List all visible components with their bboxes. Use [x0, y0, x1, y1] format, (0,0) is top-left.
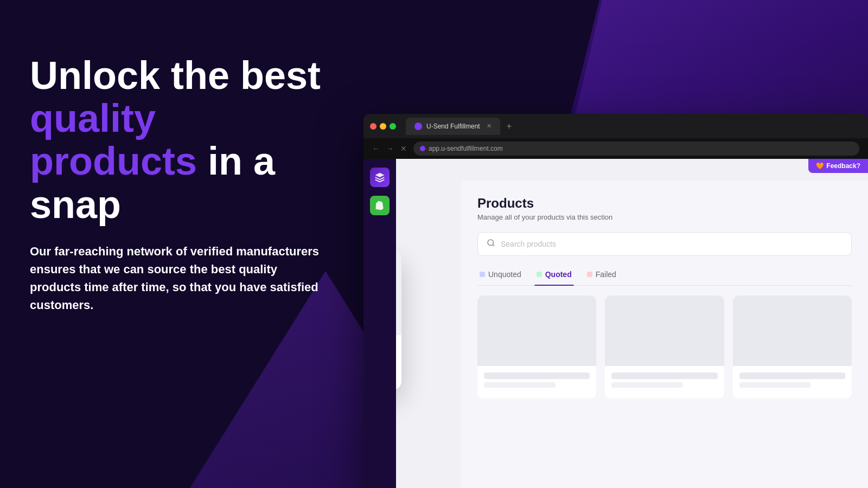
cube-icon: [374, 172, 385, 183]
address-bar[interactable]: app.u-sendfulfillment.com: [413, 142, 859, 156]
skeleton-line-1a: [484, 373, 590, 379]
close-nav-button[interactable]: ✕: [400, 144, 407, 153]
tab-failed-label: Failed: [596, 270, 616, 279]
search-bar[interactable]: Search products: [477, 232, 852, 256]
skeleton-image-1: [477, 296, 596, 366]
quoted-dot: [537, 272, 542, 277]
product-card-body: MyPods Wireless Store Price: €49,95 Quot…: [396, 335, 401, 390]
tab-unquoted-label: Unquoted: [488, 270, 521, 279]
product-card-floating: NEW MyPod: [396, 251, 401, 390]
browser-window: U-Send Fulfillment ✕ + ← → ✕ app.u-sendf…: [363, 114, 868, 488]
minimize-button-dot[interactable]: [380, 123, 386, 130]
secure-icon: [420, 146, 425, 151]
browser-traffic-lights: [370, 123, 396, 130]
hero-title: Unlock the best qualityproducts in a sna…: [30, 54, 344, 226]
product-skeleton-1: [477, 296, 596, 399]
products-panel: Products Manage all of your products via…: [461, 181, 868, 488]
browser-tab[interactable]: U-Send Fulfillment ✕: [406, 118, 500, 135]
svg-point-0: [488, 240, 494, 246]
feedback-label: Feedback?: [826, 162, 860, 170]
product-card-image: NEW: [396, 251, 401, 335]
hero-subtitle: Our far-reaching network of verified man…: [30, 242, 323, 314]
back-button[interactable]: ←: [372, 144, 380, 153]
tab-quoted-label: Quoted: [545, 270, 572, 279]
product-skeleton-3: [733, 296, 852, 399]
forward-button[interactable]: →: [386, 144, 394, 153]
sidebar-item-shopify[interactable]: [370, 196, 390, 215]
products-description: Manage all of your products via this sec…: [477, 213, 852, 221]
hero-title-accent2: products: [30, 139, 197, 183]
tab-close-icon[interactable]: ✕: [487, 123, 492, 130]
new-tab-button[interactable]: +: [507, 121, 512, 131]
feedback-button[interactable]: 🧡 Feedback?: [808, 159, 868, 173]
search-icon: [487, 239, 495, 249]
maximize-button-dot[interactable]: [390, 123, 396, 130]
sidebar-item-main[interactable]: [370, 168, 390, 187]
skeleton-line-1b: [484, 382, 556, 388]
app-content: 🧡 Feedback? Products Manage all of your …: [363, 159, 868, 488]
failed-dot: [587, 272, 592, 277]
tab-failed[interactable]: Failed: [585, 266, 618, 285]
address-text: app.u-sendfulfillment.com: [429, 145, 503, 152]
hero-title-accent1: quality: [30, 97, 156, 140]
skeleton-line-3a: [739, 373, 845, 379]
skeleton-line-2b: [611, 382, 683, 388]
skeleton-line-2a: [611, 373, 717, 379]
skeleton-line-3b: [739, 382, 811, 388]
product-grid: [477, 296, 852, 399]
browser-chrome: U-Send Fulfillment ✕ +: [363, 114, 868, 138]
hero-section: Unlock the best qualityproducts in a sna…: [30, 54, 344, 314]
browser-tab-title: U-Send Fulfillment: [426, 123, 480, 130]
browser-address-bar: ← → ✕ app.u-sendfulfillment.com: [363, 138, 868, 159]
search-input[interactable]: Search products: [501, 240, 556, 248]
skeleton-image-3: [733, 296, 852, 366]
hero-title-text1: Unlock the best: [30, 54, 321, 97]
tab-favicon: [414, 123, 422, 130]
tab-quoted[interactable]: Quoted: [534, 266, 574, 285]
tab-unquoted[interactable]: Unquoted: [477, 266, 524, 285]
product-tabs: Unquoted Quoted Failed: [477, 266, 852, 286]
products-heading: Products: [477, 196, 852, 211]
shopify-icon: [374, 200, 385, 211]
close-button-dot[interactable]: [370, 123, 376, 130]
sidebar: [363, 159, 396, 488]
product-skeleton-2: [605, 296, 724, 399]
main-content: 🧡 Feedback? Products Manage all of your …: [396, 159, 868, 488]
unquoted-dot: [480, 272, 485, 277]
skeleton-image-2: [605, 296, 724, 366]
heart-icon: 🧡: [816, 162, 824, 170]
